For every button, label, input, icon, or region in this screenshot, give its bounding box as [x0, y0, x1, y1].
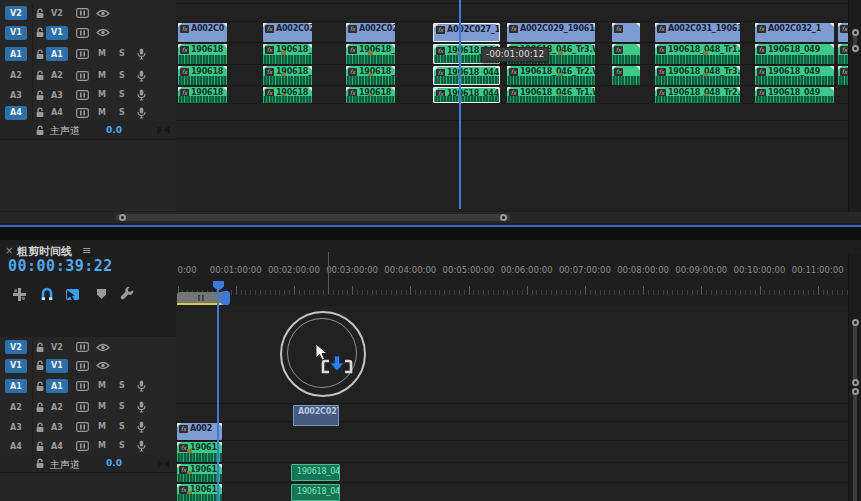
- audio-clip[interactable]: fx190618_046_Tr2.W: [507, 66, 595, 85]
- audio-clip[interactable]: fx190618_042_Tr: [263, 87, 312, 103]
- track-target-a2[interactable]: A2: [46, 400, 68, 414]
- audio-clip[interactable]: fx190618: [178, 44, 227, 64]
- mic-icon[interactable]: [137, 440, 146, 452]
- audio-clip[interactable]: fx190618: [178, 66, 227, 85]
- source-assign-a1[interactable]: A1: [5, 379, 27, 393]
- lock-icon[interactable]: [35, 125, 45, 136]
- sync-lock-icon[interactable]: [76, 71, 89, 81]
- nest-insert-icon[interactable]: [10, 286, 28, 302]
- sync-lock-icon[interactable]: [76, 28, 89, 38]
- track-target-a4[interactable]: A4: [46, 439, 68, 453]
- video-clip[interactable]: fxA002C0: [178, 23, 227, 42]
- snap-magnet-icon[interactable]: [38, 286, 56, 302]
- time-ruler[interactable]: 00:00:0000:01:00:0000:02:00:0000:03:00:0…: [177, 260, 848, 295]
- mute-button[interactable]: M: [98, 71, 106, 80]
- track-target-v2[interactable]: V2: [46, 340, 68, 354]
- audio-clip[interactable]: fx190618_042_Tr: [263, 44, 312, 64]
- fade-handle-icon[interactable]: [830, 44, 834, 48]
- top-playhead-line[interactable]: [459, 0, 461, 209]
- bottom-vscroll-handle2-icon[interactable]: [852, 379, 859, 386]
- mic-icon[interactable]: [137, 89, 146, 101]
- sync-lock-icon[interactable]: [76, 90, 89, 100]
- audio-clip[interactable]: fx19061: [177, 464, 222, 482]
- sync-lock-icon[interactable]: [76, 402, 89, 412]
- mic-icon[interactable]: [137, 401, 146, 413]
- source-assign-a3[interactable]: A3: [5, 420, 27, 434]
- mic-icon[interactable]: [137, 48, 146, 60]
- track-target-a2[interactable]: A2: [46, 69, 68, 83]
- lock-icon[interactable]: [35, 27, 45, 38]
- lock-icon[interactable]: [35, 49, 45, 60]
- mic-icon[interactable]: [137, 421, 146, 433]
- dragged-audio-clip[interactable]: 190618_044: [291, 464, 340, 481]
- track-target-a3[interactable]: A3: [46, 88, 68, 102]
- fade-handle-icon[interactable]: [223, 44, 227, 48]
- lock-icon[interactable]: [35, 441, 45, 452]
- track-target-v1[interactable]: V1: [46, 359, 68, 373]
- linked-selection-icon[interactable]: [63, 286, 81, 302]
- solo-button[interactable]: S: [119, 441, 125, 450]
- mute-button[interactable]: M: [98, 381, 106, 390]
- track-target-a3[interactable]: A3: [46, 420, 68, 434]
- source-assign-a3[interactable]: A3: [5, 88, 27, 102]
- source-assign-v2[interactable]: V2: [5, 340, 27, 354]
- audio-clip[interactable]: fx190618_043_: [346, 44, 395, 64]
- eye-icon[interactable]: [96, 343, 110, 352]
- source-assign-v1[interactable]: V1: [5, 26, 27, 40]
- track-target-v2[interactable]: V2: [46, 6, 68, 20]
- solo-button[interactable]: S: [119, 381, 125, 390]
- source-assign-v2[interactable]: V2: [5, 6, 27, 20]
- lock-icon[interactable]: [35, 458, 45, 469]
- audio-clip[interactable]: fx190618_043_: [346, 66, 395, 85]
- bottom-clip-area[interactable]: fxA002fx19061fx19061fx19061A002C027_1190…: [176, 306, 861, 501]
- lock-icon[interactable]: [35, 360, 45, 371]
- bottom-vertical-scrollbar-track[interactable]: [848, 254, 861, 501]
- solo-button[interactable]: S: [119, 422, 125, 431]
- audio-clip[interactable]: fx: [612, 44, 640, 64]
- top-horizontal-scrollbar-thumb[interactable]: [116, 214, 510, 221]
- bottom-vscroll-handle1-icon[interactable]: [852, 319, 859, 326]
- mute-button[interactable]: M: [98, 422, 106, 431]
- audio-clip[interactable]: fx190618_048_Tr2.W: [655, 87, 740, 103]
- mute-button[interactable]: M: [98, 441, 106, 450]
- video-clip[interactable]: fxA002C025_190: [263, 23, 312, 42]
- mute-button[interactable]: M: [98, 108, 106, 117]
- track-target-a4[interactable]: A4: [46, 106, 68, 120]
- lock-icon[interactable]: [35, 107, 45, 118]
- top-vertical-scrollbar-track[interactable]: [848, 0, 861, 212]
- sync-lock-icon[interactable]: [76, 8, 89, 18]
- video-clip[interactable]: fxA002C032_1: [755, 23, 834, 42]
- dragged-video-clip[interactable]: A002C027_1: [293, 405, 339, 426]
- bottom-video-scrollbar-thumb[interactable]: [853, 320, 857, 384]
- audio-clip[interactable]: fx190618_048_Tr1.W: [655, 44, 740, 64]
- top-horizontal-scrollbar-track[interactable]: [0, 212, 861, 223]
- eye-icon[interactable]: [96, 28, 110, 37]
- audio-clip[interactable]: fx190618_046_Tr3.W: [507, 44, 595, 64]
- sync-lock-icon[interactable]: [76, 342, 89, 352]
- fade-handle-icon[interactable]: [830, 66, 834, 70]
- audio-clip[interactable]: fx190618_049: [755, 87, 834, 103]
- source-assign-a1[interactable]: A1: [5, 47, 27, 61]
- fade-handle-icon[interactable]: [223, 66, 227, 70]
- fade-handle-icon[interactable]: [223, 87, 227, 91]
- video-clip[interactable]: fx: [612, 23, 640, 42]
- eye-icon[interactable]: [96, 361, 110, 370]
- audio-clip[interactable]: fx19061: [177, 484, 222, 501]
- video-clip[interactable]: fxA002C026_19: [346, 23, 395, 42]
- lock-icon[interactable]: [35, 402, 45, 413]
- fade-handle-icon[interactable]: [636, 23, 640, 27]
- top-hscroll-right-handle-icon[interactable]: [500, 214, 507, 221]
- solo-button[interactable]: S: [119, 402, 125, 411]
- audio-clip[interactable]: fx190618_044: [433, 44, 500, 64]
- top-vscroll-bottom-handle-icon[interactable]: [852, 45, 859, 52]
- mic-icon[interactable]: [137, 107, 146, 119]
- bottom-playhead-line[interactable]: [217, 284, 219, 501]
- lock-icon[interactable]: [35, 90, 45, 101]
- source-assign-a2[interactable]: A2: [5, 400, 27, 414]
- video-clip[interactable]: fxA002: [177, 423, 222, 440]
- zoom-scrollbar-right-handle[interactable]: [221, 291, 230, 305]
- top-clip-area[interactable]: fxA002C0fx190618fx190618fx190618fxA002C0…: [176, 0, 861, 211]
- track-target-a1[interactable]: A1: [46, 47, 68, 61]
- source-assign-a4[interactable]: A4: [5, 106, 27, 120]
- dragged-audio-clip[interactable]: 190618_044: [291, 484, 340, 501]
